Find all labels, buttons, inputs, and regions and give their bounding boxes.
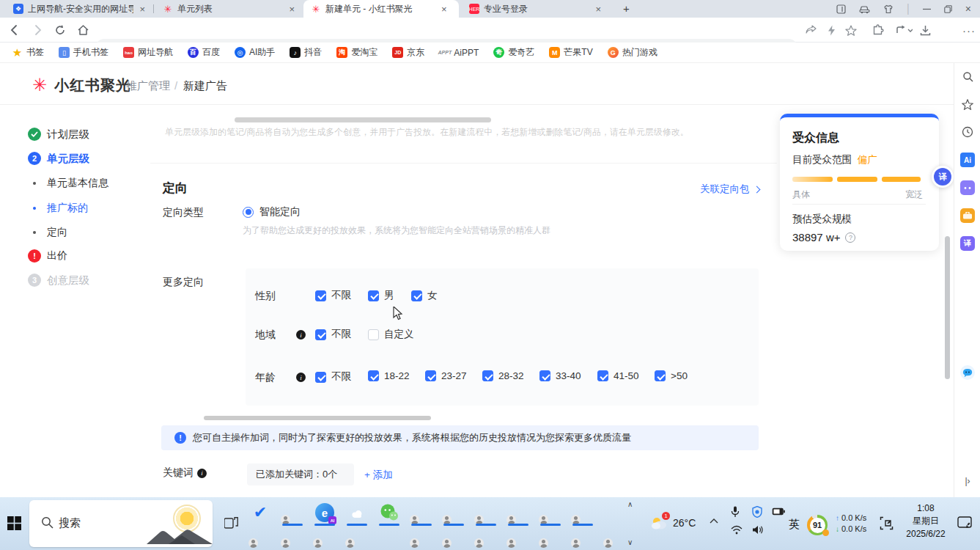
wechat-icon[interactable] [380,503,399,522]
tab-nav-site[interactable]: ❖ 上网导航-安全实用的网址导航 × [6,0,152,18]
edge-browser-icon[interactable] [283,527,302,546]
edge-browser-icon[interactable] [541,527,560,546]
tab-pro-login[interactable]: HER 专业号登录 × [462,0,608,18]
bookmark-item[interactable]: M芒果TV [549,46,592,59]
forward-icon[interactable] [30,23,45,37]
step-promotion-target[interactable]: 推广标的 [0,201,147,216]
step-unit-basic-info[interactable]: 单元基本信息 [0,176,147,191]
age-info-icon[interactable]: i [296,373,306,382]
edge-browser-icon[interactable] [444,503,463,522]
home-icon[interactable] [75,23,90,37]
edge-browser-icon[interactable] [509,527,528,546]
step-unit-level[interactable]: 2 单元层级 [0,151,147,166]
age-option-unlimited[interactable]: 不限 [315,370,351,384]
edge-browser-icon[interactable] [412,527,431,546]
bookmark-item[interactable]: hao网址导航 [123,46,173,59]
tab-close-icon[interactable]: × [594,4,603,14]
rail-expand-icon[interactable]: |› [960,474,975,488]
edge-browser-icon[interactable] [283,503,302,522]
rail-translate-icon[interactable]: 译 [960,236,975,251]
flash-icon[interactable] [824,23,839,37]
taskbar-search-box[interactable]: 搜索 [29,500,213,547]
bookmark-item[interactable]: ★书签 [12,46,44,59]
bookmark-item[interactable]: 百百度 [188,46,220,59]
age-option-23-27[interactable]: 23-27 [425,370,467,381]
taskbar-scroll-up-icon[interactable]: ∧ [627,500,633,508]
taskbar-weather[interactable]: 1 26°C [651,515,696,531]
rail-history-icon[interactable] [960,125,975,139]
age-option-33-40[interactable]: 33-40 [539,370,581,381]
gender-option-unlimited[interactable]: 不限 [315,289,351,302]
bookmark-item[interactable]: ♪抖音 [290,46,322,59]
step-bidding[interactable]: ! 出价 [0,249,147,263]
back-icon[interactable] [7,23,22,37]
start-button[interactable] [7,516,21,530]
close-button[interactable]: × [965,3,971,15]
rail-chat-assistant-icon[interactable] [960,365,975,380]
tray-expand-icon[interactable] [710,518,718,524]
microphone-icon[interactable] [731,506,740,518]
rail-search-icon[interactable] [960,69,975,84]
downloads-icon[interactable] [918,23,932,37]
page-scrollbar-thumb[interactable] [945,236,950,379]
browser-360-icon[interactable]: eAI [315,503,334,522]
split-screen-icon[interactable] [836,4,846,14]
share-icon[interactable] [803,23,818,37]
keywords-info-icon[interactable]: i [197,469,207,478]
edge-browser-icon[interactable] [347,527,366,546]
rail-toolbox-icon[interactable] [960,208,975,223]
ime-indicator[interactable]: 英 [789,518,800,532]
battery-percentage-ring[interactable]: 91 [807,515,828,535]
qq-browser-icon[interactable] [347,503,366,522]
minimize-button[interactable] [923,5,931,13]
tab-unit-list[interactable]: ✳ 单元列表 × [155,0,302,18]
step-plan-level[interactable]: 计划层级 [0,127,147,142]
rail-games-icon[interactable] [960,180,975,195]
edge-browser-icon[interactable] [380,527,399,546]
rail-ai-icon[interactable]: Ai [960,153,975,167]
keywords-add-button[interactable]: + 添加 [364,469,393,482]
checkmark-app-icon[interactable]: ✔ [251,503,270,522]
top-scrollbar-thumb[interactable] [235,117,491,122]
gender-option-male[interactable]: 男 [368,289,394,302]
favorite-star-icon[interactable] [844,23,858,37]
age-option-41-50[interactable]: 41-50 [597,370,639,381]
question-circle-icon[interactable]: ? [845,232,855,243]
step-targeting[interactable]: 定向 [0,225,147,240]
wifi-icon[interactable] [731,525,743,535]
tab-close-icon[interactable]: × [138,4,147,14]
restore-button[interactable] [944,5,952,13]
taskbar-scroll-down-icon[interactable]: ∨ [627,538,633,546]
tab-restore-icon[interactable] [893,23,915,37]
battery-tray-icon[interactable] [772,507,785,516]
horizontal-scrollbar-thumb[interactable] [204,416,431,420]
floating-translate-button[interactable]: 译 [932,166,954,188]
edge-browser-icon[interactable] [541,503,560,522]
bookmark-item[interactable]: ◎AI助手 [235,46,275,59]
tab-close-icon[interactable]: × [440,4,449,14]
targeting-package-link[interactable]: 关联定向包 [700,183,759,196]
edge-browser-icon[interactable] [509,503,528,522]
notification-center-icon[interactable] [957,516,972,529]
refresh-icon[interactable] [53,23,67,37]
network-speed[interactable]: ↑0.0 K/s ↓0.0 K/s [836,513,866,533]
region-option-custom[interactable]: 自定义 [368,328,414,341]
edge-browser-icon[interactable] [476,503,495,522]
screen-capture-icon[interactable] [880,516,894,530]
edge-browser-icon[interactable] [315,527,334,546]
bookmark-item[interactable]: APPTAiPPT [439,47,479,58]
more-menu-icon[interactable]: ··· [962,23,976,37]
age-option-28-32[interactable]: 28-32 [482,370,524,381]
new-tab-button[interactable]: + [623,2,630,15]
edge-browser-icon[interactable] [476,527,495,546]
download-manager-icon[interactable] [859,4,870,14]
bookmark-item[interactable]: JD京东 [392,46,424,59]
theme-skin-icon[interactable] [883,4,894,14]
age-option-50plus[interactable]: >50 [655,370,688,381]
task-view-button[interactable] [224,517,238,529]
security-shield-icon[interactable] [752,506,762,518]
edge-browser-icon[interactable] [573,527,592,546]
tab-close-icon[interactable]: × [287,4,296,14]
smart-targeting-radio[interactable]: 智能定向 [243,205,301,219]
age-option-18-22[interactable]: 18-22 [368,370,410,381]
